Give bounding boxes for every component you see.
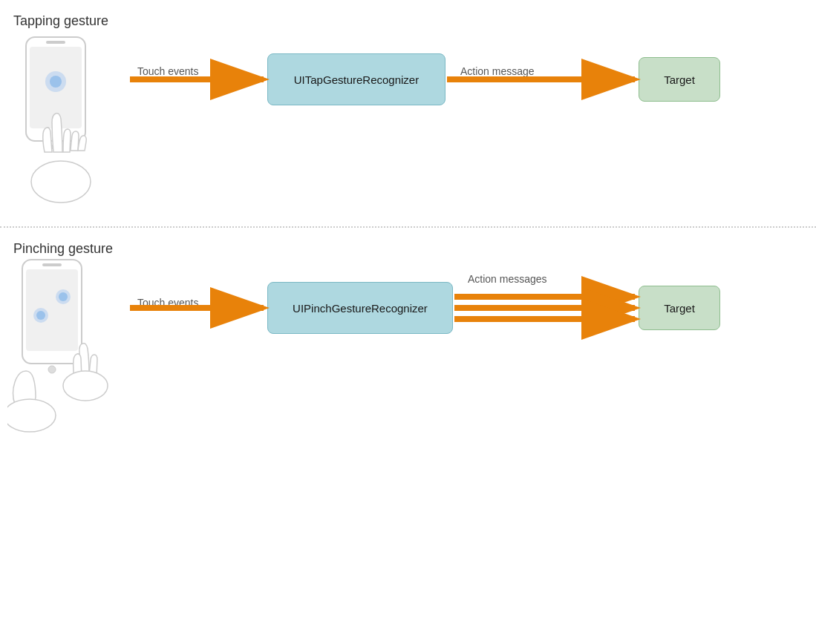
svg-rect-8 (26, 269, 78, 351)
section1-touch-label: Touch events (137, 65, 199, 77)
phone2-illustration (7, 256, 126, 449)
svg-point-5 (50, 76, 62, 88)
svg-point-10 (48, 366, 56, 373)
svg-point-15 (7, 399, 56, 432)
svg-rect-9 (42, 263, 62, 266)
section2-recognizer-box: UIPinchGestureRecognizer (267, 282, 453, 334)
svg-point-16 (63, 371, 108, 401)
section1-target-box: Target (639, 57, 720, 102)
svg-rect-2 (46, 41, 65, 44)
section2-target-box: Target (639, 286, 720, 330)
section2-action-label: Action messages (468, 273, 547, 285)
section2-title: Pinching gesture (13, 241, 113, 257)
svg-point-14 (59, 292, 68, 301)
section2-touch-label: Touch events (137, 297, 199, 309)
section1-title: Tapping gesture (13, 13, 108, 29)
section1-recognizer-box: UITapGestureRecognizer (267, 53, 445, 105)
section1-action-label: Action message (460, 65, 535, 77)
section-divider (0, 226, 816, 228)
svg-point-12 (36, 311, 45, 320)
phone1-illustration (7, 33, 126, 211)
diagram-container: Tapping gesture Touch events UITapGestur… (0, 0, 816, 644)
svg-point-6 (31, 161, 91, 203)
